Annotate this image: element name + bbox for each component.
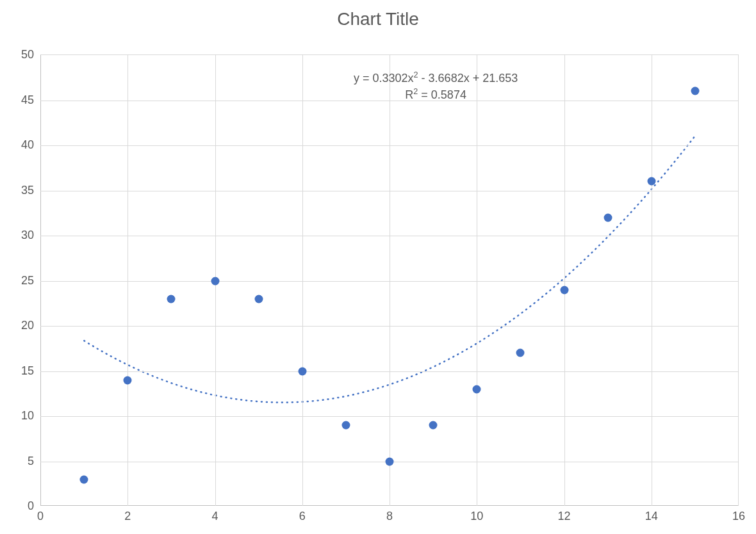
y-tick-label: 0: [0, 499, 34, 513]
x-tick-label: 2: [115, 510, 140, 523]
gridline-horizontal: [40, 326, 738, 327]
data-point: [647, 177, 655, 186]
data-point: [211, 277, 219, 285]
data-point: [124, 376, 132, 384]
x-tick-label: 8: [377, 510, 402, 523]
gridline-horizontal: [40, 191, 738, 191]
y-tick-label: 25: [0, 273, 34, 287]
x-tick-label: 4: [202, 510, 228, 523]
data-point: [429, 421, 438, 430]
x-tick-label: 10: [464, 510, 489, 523]
gridline-horizontal: [40, 236, 738, 236]
y-tick-label: 5: [0, 454, 34, 467]
y-tick-label: 40: [0, 138, 34, 152]
gridline-horizontal: [40, 281, 738, 282]
y-tick-label: 10: [0, 409, 34, 423]
chart-title: Chart Title: [0, 9, 756, 29]
data-point: [298, 367, 306, 375]
data-point: [254, 295, 263, 303]
gridline-horizontal: [40, 371, 738, 372]
plot-area: [40, 54, 739, 506]
x-tick-label: 12: [552, 510, 577, 523]
y-tick-label: 35: [0, 183, 34, 197]
y-tick-label: 30: [0, 229, 34, 242]
y-tick-label: 20: [0, 319, 34, 332]
gridline-horizontal: [40, 145, 738, 146]
data-point: [167, 295, 176, 303]
x-tick-label: 6: [290, 510, 315, 523]
chart-container: Chart Title y = 0.3302x2 - 3.6682x + 21.…: [0, 0, 756, 534]
data-point: [691, 87, 699, 95]
data-point: [560, 286, 568, 294]
r-squared-line: R2 = 0.5874: [354, 86, 518, 103]
data-point: [516, 349, 525, 357]
data-point: [341, 421, 350, 430]
data-point: [604, 213, 612, 222]
trendline-equation: y = 0.3302x2 - 3.6682x + 21.653 R2 = 0.5…: [354, 70, 518, 103]
y-tick-label: 50: [0, 48, 34, 61]
x-tick-label: 16: [726, 510, 752, 523]
gridline-horizontal: [40, 416, 738, 417]
data-point: [473, 385, 481, 393]
data-point: [386, 457, 394, 465]
y-tick-label: 45: [0, 93, 34, 106]
x-tick-label: 14: [639, 510, 664, 523]
equation-line: y = 0.3302x2 - 3.6682x + 21.653: [354, 70, 518, 86]
data-point: [80, 475, 88, 483]
y-tick-label: 15: [0, 364, 34, 377]
